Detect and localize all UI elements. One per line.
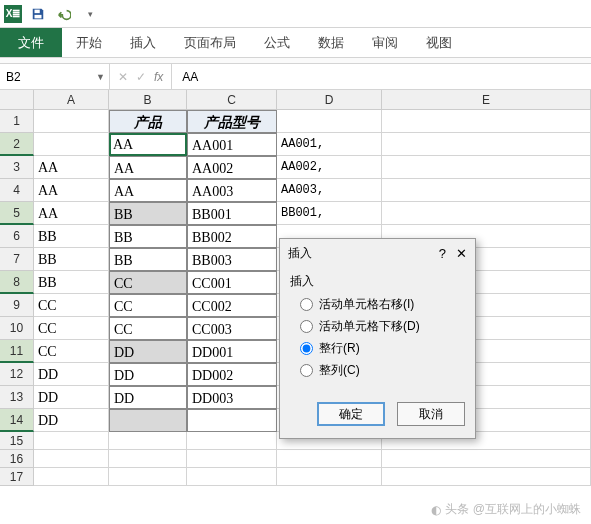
row-header[interactable]: 11: [0, 340, 34, 363]
cell[interactable]: BB: [109, 248, 187, 271]
cell[interactable]: [187, 432, 277, 450]
cell[interactable]: CC002: [187, 294, 277, 317]
tab-formulas[interactable]: 公式: [250, 28, 304, 57]
row-header[interactable]: 17: [0, 468, 34, 486]
radio-input[interactable]: [300, 320, 313, 333]
cell[interactable]: [34, 450, 109, 468]
help-icon[interactable]: ?: [439, 246, 446, 261]
tab-review[interactable]: 审阅: [358, 28, 412, 57]
tab-layout[interactable]: 页面布局: [170, 28, 250, 57]
row-header[interactable]: 10: [0, 317, 34, 340]
radio-entire-col[interactable]: 整列(C): [300, 362, 465, 379]
cell[interactable]: BB003: [187, 248, 277, 271]
cell[interactable]: 产品: [109, 110, 187, 133]
cell[interactable]: DD: [34, 363, 109, 386]
cell[interactable]: AA: [109, 179, 187, 202]
row-header[interactable]: 6: [0, 225, 34, 248]
row-header[interactable]: 12: [0, 363, 34, 386]
cell[interactable]: BB: [34, 225, 109, 248]
cell[interactable]: BB002: [187, 225, 277, 248]
cell[interactable]: AA002,: [277, 156, 382, 179]
cell[interactable]: [382, 468, 591, 486]
cell[interactable]: [382, 133, 591, 156]
cell[interactable]: BB001,: [277, 202, 382, 225]
cell[interactable]: [34, 110, 109, 133]
tab-view[interactable]: 视图: [412, 28, 466, 57]
radio-input[interactable]: [300, 298, 313, 311]
radio-input[interactable]: [300, 364, 313, 377]
cancel-icon[interactable]: ✕: [118, 70, 128, 84]
cell[interactable]: DD003: [187, 386, 277, 409]
cell[interactable]: [109, 409, 187, 432]
cell[interactable]: AA003,: [277, 179, 382, 202]
fx-icon[interactable]: fx: [154, 70, 163, 84]
cell[interactable]: [382, 202, 591, 225]
name-box[interactable]: ▼: [0, 64, 110, 89]
cell[interactable]: [187, 409, 277, 432]
col-header[interactable]: C: [187, 90, 277, 110]
col-header[interactable]: E: [382, 90, 591, 110]
cell[interactable]: BB: [34, 271, 109, 294]
cell[interactable]: [277, 450, 382, 468]
cell[interactable]: CC: [34, 317, 109, 340]
undo-icon[interactable]: [54, 4, 74, 24]
row-header[interactable]: 8: [0, 271, 34, 294]
chevron-down-icon[interactable]: ▼: [96, 72, 105, 82]
cell[interactable]: AA: [34, 202, 109, 225]
cell[interactable]: [109, 432, 187, 450]
row-header[interactable]: 4: [0, 179, 34, 202]
cell[interactable]: [34, 133, 109, 156]
cell[interactable]: [187, 468, 277, 486]
cell[interactable]: AA002: [187, 156, 277, 179]
enter-icon[interactable]: ✓: [136, 70, 146, 84]
row-header[interactable]: 2: [0, 133, 34, 156]
cancel-button[interactable]: 取消: [397, 402, 465, 426]
cell[interactable]: DD002: [187, 363, 277, 386]
cell[interactable]: DD001: [187, 340, 277, 363]
cell[interactable]: BB: [109, 225, 187, 248]
radio-shift-right[interactable]: 活动单元格右移(I): [300, 296, 465, 313]
close-icon[interactable]: ✕: [456, 246, 467, 261]
cell[interactable]: BB001: [187, 202, 277, 225]
cell[interactable]: DD: [34, 409, 109, 432]
radio-entire-row[interactable]: 整行(R): [300, 340, 465, 357]
cell[interactable]: CC003: [187, 317, 277, 340]
col-header[interactable]: B: [109, 90, 187, 110]
ok-button[interactable]: 确定: [317, 402, 385, 426]
cell[interactable]: AA: [109, 156, 187, 179]
cell[interactable]: [382, 450, 591, 468]
cell[interactable]: CC: [109, 317, 187, 340]
cell[interactable]: CC: [109, 271, 187, 294]
cell[interactable]: AA: [109, 133, 187, 156]
tab-data[interactable]: 数据: [304, 28, 358, 57]
cell[interactable]: [34, 432, 109, 450]
row-header[interactable]: 1: [0, 110, 34, 133]
cell[interactable]: BB: [109, 202, 187, 225]
cell[interactable]: DD: [109, 386, 187, 409]
cell[interactable]: AA001: [187, 133, 277, 156]
cell[interactable]: AA003: [187, 179, 277, 202]
radio-input[interactable]: [300, 342, 313, 355]
cell[interactable]: [382, 110, 591, 133]
cell[interactable]: [187, 450, 277, 468]
dialog-titlebar[interactable]: 插入 ? ✕: [280, 239, 475, 267]
row-header[interactable]: 7: [0, 248, 34, 271]
save-icon[interactable]: [28, 4, 48, 24]
cell[interactable]: AA: [34, 179, 109, 202]
cell[interactable]: DD: [109, 340, 187, 363]
cell[interactable]: AA: [34, 156, 109, 179]
cell[interactable]: CC001: [187, 271, 277, 294]
row-header[interactable]: 9: [0, 294, 34, 317]
cell[interactable]: AA001,: [277, 133, 382, 156]
radio-shift-down[interactable]: 活动单元格下移(D): [300, 318, 465, 335]
tab-file[interactable]: 文件: [0, 28, 62, 57]
tab-home[interactable]: 开始: [62, 28, 116, 57]
cell[interactable]: CC: [34, 294, 109, 317]
name-box-input[interactable]: [6, 70, 76, 84]
cell[interactable]: [277, 110, 382, 133]
row-header[interactable]: 16: [0, 450, 34, 468]
cell[interactable]: [34, 468, 109, 486]
col-header[interactable]: D: [277, 90, 382, 110]
cell[interactable]: 产品型号: [187, 110, 277, 133]
redo-dropdown-icon[interactable]: ▾: [80, 4, 100, 24]
